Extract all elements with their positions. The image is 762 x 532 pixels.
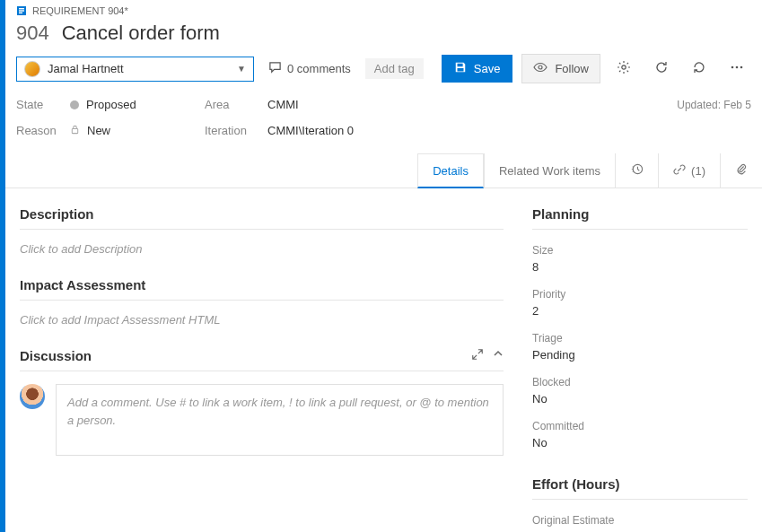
refresh-icon bbox=[654, 60, 669, 77]
work-item-type-header: REQUIREMENT 904* bbox=[5, 0, 762, 18]
tab-history[interactable] bbox=[615, 153, 658, 188]
effort-heading: Effort (Hours) bbox=[532, 476, 748, 500]
committed-label: Committed bbox=[532, 420, 748, 432]
work-item-title[interactable]: Cancel order form bbox=[62, 22, 220, 45]
more-icon bbox=[730, 60, 744, 77]
svg-rect-3 bbox=[19, 13, 22, 13]
tab-related[interactable]: Related Work items bbox=[484, 153, 615, 188]
committed-field[interactable]: Committed No bbox=[532, 420, 748, 449]
state-value[interactable]: Proposed bbox=[70, 98, 205, 111]
title-row: 904 Cancel order form bbox=[5, 18, 762, 54]
avatar-icon bbox=[24, 61, 40, 77]
history-icon bbox=[630, 162, 644, 179]
save-label: Save bbox=[474, 62, 501, 75]
add-tag-button[interactable]: Add tag bbox=[365, 58, 424, 79]
collapse-icon[interactable] bbox=[493, 348, 504, 363]
blocked-value: No bbox=[532, 392, 748, 406]
state-label: State bbox=[16, 98, 70, 111]
save-button[interactable]: Save bbox=[442, 55, 513, 83]
triage-label: Triage bbox=[532, 332, 748, 344]
impact-section: Impact Assessment Click to add Impact As… bbox=[20, 277, 504, 327]
comment-input[interactable]: Add a comment. Use # to link a work item… bbox=[56, 384, 504, 456]
save-icon bbox=[454, 61, 467, 76]
size-label: Size bbox=[532, 244, 748, 257]
original-estimate-field[interactable]: Original Estimate bbox=[532, 514, 748, 530]
left-column: Description Click to add Description Imp… bbox=[5, 188, 518, 532]
follow-label: Follow bbox=[555, 62, 589, 75]
priority-field[interactable]: Priority 2 bbox=[532, 288, 748, 318]
tab-links[interactable]: (1) bbox=[658, 153, 720, 188]
svg-point-6 bbox=[731, 66, 734, 69]
tab-details[interactable]: Details bbox=[417, 153, 484, 188]
content-row: Description Click to add Description Imp… bbox=[5, 188, 762, 532]
description-section: Description Click to add Description bbox=[20, 206, 504, 256]
revert-button[interactable] bbox=[685, 55, 714, 83]
lock-icon bbox=[70, 124, 80, 137]
impact-heading: Impact Assessment bbox=[20, 277, 504, 301]
attachment-icon bbox=[735, 163, 748, 179]
more-actions-button[interactable] bbox=[723, 55, 751, 83]
meta-section: State Proposed Area CMMI Updated: Feb 5 … bbox=[5, 96, 762, 153]
svg-point-7 bbox=[736, 66, 739, 69]
svg-rect-9 bbox=[72, 129, 77, 134]
planning-heading: Planning bbox=[532, 206, 748, 230]
impact-input[interactable]: Click to add Impact Assessment HTML bbox=[20, 313, 504, 327]
discussion-heading: Discussion bbox=[20, 348, 92, 363]
updated-label: Updated: Feb 5 bbox=[677, 99, 751, 111]
gear-icon bbox=[617, 60, 631, 77]
expand-icon[interactable] bbox=[471, 348, 484, 363]
priority-value: 2 bbox=[532, 304, 748, 318]
action-row: Jamal Hartnett ▼ 0 comments Add tag Save… bbox=[5, 54, 762, 96]
svg-rect-1 bbox=[19, 8, 24, 9]
comment-box: Add a comment. Use # to link a work item… bbox=[20, 384, 504, 456]
blocked-label: Blocked bbox=[532, 376, 748, 388]
requirement-icon bbox=[16, 5, 27, 16]
right-column: Planning Size 8 Priority 2 Triage Pendin… bbox=[518, 188, 762, 532]
comments-label: 0 comments bbox=[287, 62, 351, 75]
triage-value: Pending bbox=[532, 348, 748, 362]
assignee-name: Jamal Hartnett bbox=[48, 62, 230, 75]
chevron-down-icon: ▼ bbox=[237, 64, 246, 74]
reason-value[interactable]: New bbox=[70, 124, 205, 137]
triage-field[interactable]: Triage Pending bbox=[532, 332, 748, 362]
original-estimate-label: Original Estimate bbox=[532, 514, 748, 527]
undo-icon bbox=[692, 60, 706, 77]
size-value: 8 bbox=[532, 260, 748, 274]
work-item-id: 904 bbox=[16, 22, 49, 45]
work-item-type-label: REQUIREMENT 904* bbox=[32, 5, 128, 16]
discussion-section: Discussion Add a comment. Use # to link … bbox=[20, 348, 504, 456]
area-label: Area bbox=[205, 98, 267, 111]
tab-row: Details Related Work items (1) bbox=[5, 153, 762, 188]
svg-point-8 bbox=[740, 66, 743, 69]
comment-icon bbox=[268, 61, 282, 77]
svg-point-5 bbox=[622, 65, 626, 69]
eye-icon bbox=[533, 60, 547, 77]
state-dot-icon bbox=[70, 100, 79, 109]
blocked-field[interactable]: Blocked No bbox=[532, 376, 748, 406]
area-value[interactable]: CMMI bbox=[267, 98, 677, 111]
link-icon bbox=[673, 163, 686, 179]
comments-count[interactable]: 0 comments bbox=[263, 57, 356, 81]
svg-point-4 bbox=[539, 65, 542, 69]
description-heading: Description bbox=[20, 206, 504, 230]
iteration-value[interactable]: CMMI\Iteration 0 bbox=[267, 124, 677, 137]
links-count: (1) bbox=[691, 164, 705, 178]
iteration-label: Iteration bbox=[205, 124, 267, 137]
user-avatar-icon bbox=[20, 384, 45, 409]
settings-button[interactable] bbox=[609, 55, 638, 83]
committed-value: No bbox=[532, 436, 748, 449]
follow-button[interactable]: Follow bbox=[521, 54, 600, 83]
refresh-button[interactable] bbox=[647, 55, 676, 83]
tab-attachments[interactable] bbox=[720, 153, 762, 188]
reason-label: Reason bbox=[16, 124, 70, 137]
svg-rect-2 bbox=[19, 10, 24, 11]
description-input[interactable]: Click to add Description bbox=[20, 242, 504, 256]
assignee-dropdown[interactable]: Jamal Hartnett ▼ bbox=[16, 57, 254, 82]
priority-label: Priority bbox=[532, 288, 748, 301]
size-field[interactable]: Size 8 bbox=[532, 244, 748, 274]
